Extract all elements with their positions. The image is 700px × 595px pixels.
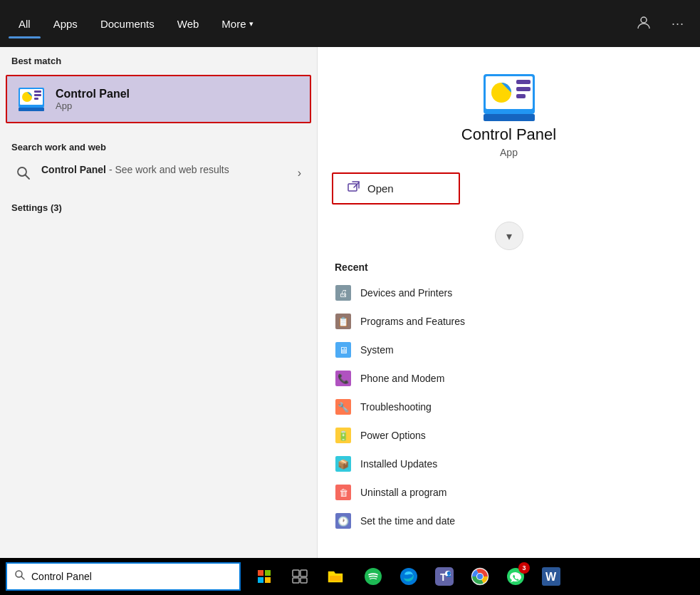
svg-rect-41 <box>258 577 263 583</box>
open-row: Open <box>332 172 686 214</box>
chrome-button[interactable] <box>463 558 497 595</box>
best-match-subtitle: App <box>56 100 130 111</box>
svg-rect-5 <box>34 94 41 96</box>
recent-item[interactable]: 🗑 Uninstall a program <box>332 478 686 507</box>
svg-text:📞: 📞 <box>338 373 350 385</box>
app-type: App <box>500 147 518 158</box>
svg-text:👤: 👤 <box>446 571 452 577</box>
chevron-right-icon: › <box>298 167 301 180</box>
recent-item-label: Power Options <box>360 430 426 441</box>
tab-documents[interactable]: Documents <box>90 12 164 36</box>
search-icon <box>16 165 33 182</box>
recent-item-icon: 📋 <box>335 313 352 330</box>
tab-documents-label: Documents <box>100 18 155 30</box>
svg-text:🕐: 🕐 <box>338 515 350 527</box>
chevron-down-icon: ▾ <box>506 229 512 243</box>
recent-item[interactable]: 🔧 Troubleshooting <box>332 393 686 421</box>
open-button[interactable]: Open <box>332 172 460 205</box>
tab-more-label: More <box>221 18 246 30</box>
right-panel-content: Control Panel App Open ▾ <box>332 68 686 535</box>
svg-rect-44 <box>301 570 307 576</box>
start-icon <box>257 569 271 584</box>
search-web-text: Control Panel - See work and web results <box>41 164 289 175</box>
tab-all[interactable]: All <box>9 12 41 36</box>
svg-line-38 <box>21 576 24 579</box>
recent-items-list: 🖨 Devices and Printers 📋 Programs and Fe… <box>332 279 686 535</box>
start-button[interactable] <box>246 558 282 595</box>
svg-rect-45 <box>293 578 299 583</box>
taskbar-search-input[interactable] <box>31 571 232 582</box>
svg-rect-6 <box>34 98 38 100</box>
search-web-item-secondary: - See work and web results <box>106 164 229 175</box>
svg-point-49 <box>400 568 417 585</box>
tab-apps[interactable]: Apps <box>43 12 88 36</box>
svg-rect-16 <box>484 114 535 121</box>
svg-rect-15 <box>516 94 526 98</box>
search-web-section: Search work and web Control Panel - See … <box>0 126 317 192</box>
teams-button[interactable]: T 👤 <box>427 558 461 595</box>
taskbar-apps: T 👤 3 <box>356 558 568 595</box>
word-button[interactable]: W <box>534 558 568 595</box>
svg-text:🔋: 🔋 <box>338 430 350 442</box>
svg-rect-43 <box>293 570 299 576</box>
teams-icon: T 👤 <box>435 567 454 586</box>
tab-more[interactable]: More ▾ <box>211 12 263 36</box>
open-icon <box>348 181 360 196</box>
svg-text:🖨: 🖨 <box>339 288 348 299</box>
tab-web-label: Web <box>177 18 199 30</box>
more-options-button[interactable]: ··· <box>664 12 691 36</box>
recent-item-icon: 🔋 <box>335 427 352 444</box>
svg-text:📋: 📋 <box>338 316 350 328</box>
recent-item-label: Phone and Modem <box>360 373 444 384</box>
svg-point-0 <box>641 17 647 23</box>
recent-item-label: Set the time and date <box>360 515 455 527</box>
recent-item-label: Installed Updates <box>360 458 437 470</box>
person-button[interactable] <box>629 10 659 38</box>
right-panel: Control Panel App Open ▾ <box>317 47 700 558</box>
svg-rect-7 <box>19 108 44 111</box>
recent-item[interactable]: 🕐 Set the time and date <box>332 507 686 535</box>
whatsapp-button[interactable]: 3 <box>498 558 533 595</box>
svg-rect-39 <box>258 570 263 576</box>
task-view-button[interactable] <box>282 558 318 595</box>
edge-button[interactable] <box>392 558 426 595</box>
spotify-button[interactable] <box>356 558 390 595</box>
spotify-icon <box>364 567 382 586</box>
svg-rect-42 <box>265 577 271 583</box>
best-match-item[interactable]: Control Panel App <box>6 75 311 123</box>
search-web-label: Search work and web <box>11 135 305 157</box>
file-explorer-button[interactable] <box>318 558 353 595</box>
recent-item[interactable]: 📦 Installed Updates <box>332 450 686 478</box>
recent-item-icon: 📦 <box>335 455 352 472</box>
expand-button[interactable]: ▾ <box>495 222 523 250</box>
svg-text:🔧: 🔧 <box>338 401 350 413</box>
search-box[interactable] <box>6 562 241 591</box>
svg-text:🗑: 🗑 <box>339 487 348 498</box>
taskbar-search-icon <box>14 569 26 584</box>
svg-rect-13 <box>516 80 531 84</box>
recent-item-icon: 🖨 <box>335 284 352 301</box>
recent-item[interactable]: 🔋 Power Options <box>332 421 686 450</box>
search-web-item[interactable]: Control Panel - See work and web results… <box>11 157 305 190</box>
whatsapp-badge: 3 <box>518 562 530 574</box>
task-view-icon <box>292 569 308 584</box>
person-icon <box>636 14 652 30</box>
best-match-text: Control Panel App <box>56 88 130 111</box>
svg-rect-4 <box>34 90 41 93</box>
svg-rect-40 <box>265 570 271 576</box>
chrome-icon <box>471 567 489 586</box>
tab-web[interactable]: Web <box>167 12 209 36</box>
svg-rect-46 <box>301 578 307 583</box>
recent-item-label: Uninstall a program <box>360 487 446 498</box>
taskbar: T 👤 3 <box>0 558 700 595</box>
recent-item[interactable]: 🖨 Devices and Printers <box>332 279 686 307</box>
main-area: Best match Control Panel App <box>0 47 700 558</box>
recent-item-icon: 🗑 <box>335 484 352 501</box>
recent-item[interactable]: 🖥 System <box>332 336 686 364</box>
left-panel: Best match Control Panel App <box>0 47 317 558</box>
svg-rect-14 <box>516 87 531 91</box>
svg-point-56 <box>477 574 483 579</box>
tab-apps-label: Apps <box>53 18 78 30</box>
recent-item[interactable]: 📋 Programs and Features <box>332 307 686 336</box>
recent-item[interactable]: 📞 Phone and Modem <box>332 364 686 393</box>
